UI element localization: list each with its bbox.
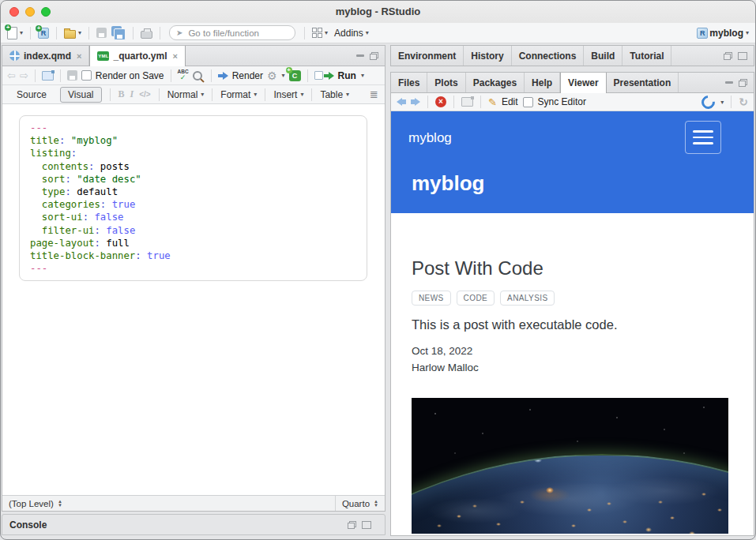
tab-label: Environment	[398, 51, 456, 62]
insert-chunk-button[interactable]: C	[289, 70, 301, 81]
tab-viewer[interactable]: Viewer	[560, 73, 606, 93]
publish-icon[interactable]	[699, 92, 718, 111]
bold-button[interactable]: B	[118, 88, 125, 100]
paragraph-style-dropdown[interactable]: Normal ▾	[167, 89, 205, 100]
code-token: :	[65, 174, 70, 185]
tab-presentation[interactable]: Presentation	[607, 73, 679, 92]
save-button[interactable]	[95, 27, 108, 39]
render-icon	[218, 72, 228, 80]
code-token: "myblog"	[71, 135, 118, 146]
tab-packages[interactable]: Packages	[466, 73, 525, 92]
gear-icon[interactable]: ⚙	[267, 70, 277, 81]
maximize-pane-icon[interactable]	[370, 52, 378, 60]
code-token	[106, 199, 111, 210]
pane-layout-button[interactable]: ▾	[310, 27, 329, 39]
code-button[interactable]: </>	[139, 90, 150, 99]
minimize-pane-icon[interactable]	[356, 54, 364, 57]
code-token: ---	[30, 263, 47, 274]
code-token: :	[94, 225, 100, 236]
render-on-save-checkbox[interactable]	[81, 70, 92, 81]
forward-icon[interactable]: ⇨	[20, 70, 28, 81]
tab-quarto-yml[interactable]: YML _quarto.yml ×	[89, 46, 185, 66]
goto-file-input[interactable]	[186, 28, 288, 39]
outline-toggle-icon[interactable]: ≣	[370, 88, 378, 100]
filetype-selector[interactable]: Quarto ▲▼	[335, 496, 385, 511]
visual-editor-canvas[interactable]: ---title: "myblog"listing: contents: pos…	[2, 104, 385, 495]
category-badge[interactable]: ANALYSIS	[500, 291, 555, 306]
viewer-forward-button[interactable]	[411, 98, 420, 106]
goto-file-search[interactable]: ➤	[169, 25, 295, 40]
code-token: :	[83, 212, 88, 223]
sync-editor-checkbox[interactable]	[523, 97, 533, 107]
search-icon[interactable]	[193, 71, 202, 81]
stop-icon[interactable]: ×	[435, 96, 446, 107]
pane-window-controls	[717, 46, 754, 66]
save-all-button[interactable]	[111, 26, 127, 40]
tab-build[interactable]: Build	[584, 46, 622, 66]
tab-help[interactable]: Help	[525, 73, 560, 92]
pane-window-controls	[341, 521, 378, 529]
site-brand[interactable]: myblog	[408, 130, 452, 146]
tab-connections[interactable]: Connections	[512, 46, 585, 66]
addins-button[interactable]: Addins ▾	[333, 27, 370, 39]
new-file-button[interactable]: + ▾	[6, 26, 24, 40]
open-in-new-window-icon[interactable]	[461, 97, 473, 107]
post-author: Harlow Malloc	[412, 362, 479, 373]
insert-dropdown[interactable]: Insert ▾	[273, 89, 303, 100]
separator	[88, 27, 89, 39]
italic-button[interactable]: I	[130, 88, 134, 100]
format-dropdown[interactable]: Format ▾	[220, 89, 257, 100]
environment-pane: Environment History Connections Build Tu…	[390, 45, 754, 66]
tab-index-qmd[interactable]: index.qmd ×	[2, 46, 89, 66]
minimize-pane-icon[interactable]	[725, 81, 733, 84]
yml-file-icon: YML	[97, 51, 109, 61]
scope-label: (Top Level)	[9, 499, 54, 508]
new-project-button[interactable]: R+	[36, 27, 51, 39]
tab-plots[interactable]: Plots	[427, 73, 465, 92]
restore-pane-icon[interactable]	[348, 521, 356, 529]
yaml-code[interactable]: ---title: "myblog"listing: contents: pos…	[19, 115, 367, 281]
project-menu-button[interactable]: R myblog ▾	[695, 27, 750, 39]
viewer-back-button[interactable]	[397, 98, 406, 106]
goto-arrow-icon: ➤	[176, 29, 182, 37]
code-token: ---	[30, 122, 47, 133]
post-description: This is a post with executable code.	[412, 317, 617, 332]
separator	[731, 96, 732, 108]
close-icon[interactable]: ×	[77, 51, 81, 61]
separator	[110, 88, 111, 101]
separator	[304, 27, 305, 39]
tab-environment[interactable]: Environment	[391, 46, 464, 66]
tab-history[interactable]: History	[464, 46, 511, 66]
category-badge[interactable]: NEWS	[412, 291, 451, 306]
maximize-pane-icon[interactable]	[362, 521, 371, 529]
visual-mode-button[interactable]: Visual	[60, 87, 101, 103]
tab-files[interactable]: Files	[391, 73, 427, 92]
separator	[453, 96, 454, 108]
code-token: :	[94, 238, 100, 249]
spellcheck-button[interactable]: ABC✓	[178, 69, 189, 81]
open-in-new-window-icon[interactable]	[42, 71, 54, 81]
code-token: :	[71, 148, 77, 159]
run-button[interactable]: Run	[338, 70, 356, 81]
chevron-down-icon: ▾	[720, 99, 724, 106]
viewer-pane: Files Plots Packages Help Viewer Present…	[390, 72, 754, 536]
category-badge[interactable]: CODE	[457, 291, 495, 306]
save-icon[interactable]	[67, 70, 77, 81]
scope-selector[interactable]: (Top Level) ▲▼	[2, 499, 335, 508]
render-button[interactable]: Render	[232, 70, 263, 81]
edit-button[interactable]: Edit	[502, 96, 518, 107]
code-token: false	[106, 225, 135, 236]
tab-tutorial[interactable]: Tutorial	[622, 46, 671, 66]
close-icon[interactable]: ×	[172, 51, 177, 61]
hamburger-menu-button[interactable]	[685, 121, 721, 154]
maximize-pane-icon[interactable]	[738, 52, 747, 60]
print-button[interactable]	[139, 27, 154, 39]
open-file-button[interactable]: ▾	[62, 27, 83, 39]
refresh-icon[interactable]: ↻	[739, 96, 748, 107]
new-project-icon: R+	[38, 28, 49, 39]
back-icon[interactable]: ⇦	[7, 70, 16, 81]
restore-pane-icon[interactable]	[724, 52, 732, 60]
maximize-pane-icon[interactable]	[739, 79, 747, 87]
table-dropdown[interactable]: Table ▾	[320, 89, 349, 100]
source-mode-button[interactable]: Source	[9, 87, 55, 103]
